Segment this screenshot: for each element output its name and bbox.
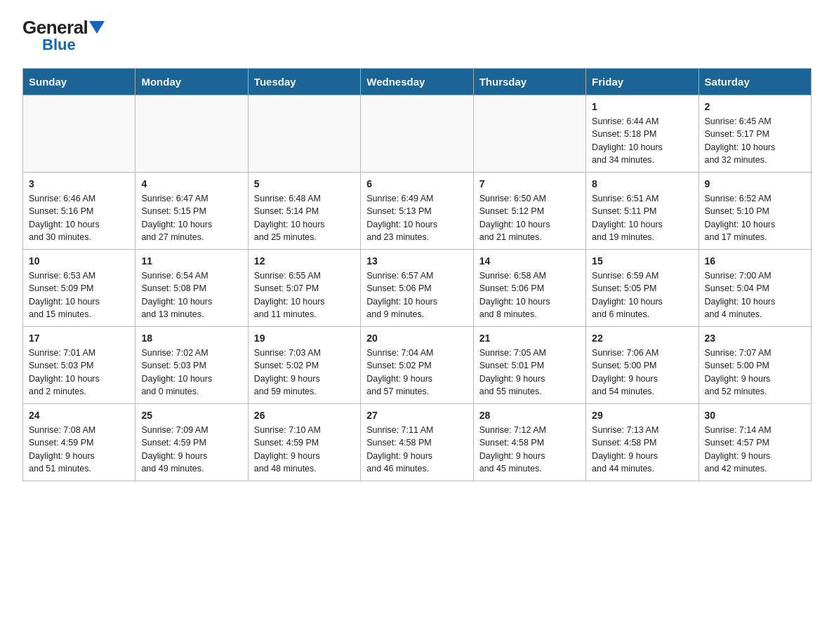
day-info: and 49 minutes. [141,462,241,475]
day-info: Daylight: 10 hours [592,295,692,308]
day-number: 30 [705,408,805,422]
calendar-cell: 1Sunrise: 6:44 AMSunset: 5:18 PMDaylight… [586,95,699,173]
day-info: Sunrise: 6:48 AM [254,192,355,205]
day-info: Sunset: 5:13 PM [366,205,467,217]
day-info: Sunrise: 6:53 AM [29,269,129,282]
day-info: and 2 minutes. [29,385,129,398]
day-info: Sunrise: 7:13 AM [592,424,692,436]
day-info: and 48 minutes. [254,462,355,475]
day-number: 18 [141,331,241,345]
day-info: Sunrise: 7:05 AM [479,347,580,359]
day-info: Sunset: 5:07 PM [254,282,355,295]
day-info: Sunset: 5:02 PM [254,359,355,372]
day-info: and 0 minutes. [141,385,241,398]
calendar-cell: 25Sunrise: 7:09 AMSunset: 4:59 PMDayligh… [135,404,248,481]
day-number: 8 [592,177,692,191]
calendar-cell: 14Sunrise: 6:58 AMSunset: 5:06 PMDayligh… [473,250,585,327]
day-info: Daylight: 10 hours [705,141,805,154]
day-number: 3 [29,177,129,191]
day-info: Daylight: 10 hours [705,218,805,231]
day-info: and 8 minutes. [479,308,580,321]
day-number: 7 [479,177,580,191]
day-info: Daylight: 10 hours [366,218,467,231]
day-info: Sunrise: 7:09 AM [141,424,241,436]
weekday-header-row: SundayMondayTuesdayWednesdayThursdayFrid… [23,69,812,95]
day-info: Daylight: 9 hours [366,450,467,462]
day-info: Daylight: 9 hours [479,450,580,462]
calendar-cell: 6Sunrise: 6:49 AMSunset: 5:13 PMDaylight… [361,173,473,250]
day-info: Sunset: 5:04 PM [705,282,805,295]
week-row-4: 17Sunrise: 7:01 AMSunset: 5:03 PMDayligh… [23,327,812,404]
day-info: Daylight: 10 hours [592,218,692,231]
day-info: and 6 minutes. [592,308,692,321]
week-row-3: 10Sunrise: 6:53 AMSunset: 5:09 PMDayligh… [23,250,812,327]
day-info: Sunset: 5:06 PM [479,282,580,295]
calendar-cell: 4Sunrise: 6:47 AMSunset: 5:15 PMDaylight… [135,173,248,250]
day-info: Daylight: 10 hours [254,295,355,308]
day-info: Sunrise: 7:01 AM [29,347,129,359]
day-info: and 52 minutes. [705,385,805,398]
day-info: Sunset: 5:03 PM [29,359,129,372]
day-info: Sunrise: 7:11 AM [366,424,467,436]
day-number: 25 [141,408,241,422]
day-number: 4 [141,177,241,191]
day-info: and 25 minutes. [254,231,355,243]
weekday-header-friday: Friday [586,69,699,95]
day-number: 12 [254,254,355,268]
calendar-cell [23,95,135,173]
day-info: and 27 minutes. [141,231,241,243]
week-row-1: 1Sunrise: 6:44 AMSunset: 5:18 PMDaylight… [23,95,812,173]
day-info: and 19 minutes. [592,231,692,243]
day-info: Sunset: 5:17 PM [705,128,805,140]
calendar-cell: 12Sunrise: 6:55 AMSunset: 5:07 PMDayligh… [248,250,360,327]
calendar-cell: 8Sunrise: 6:51 AMSunset: 5:11 PMDaylight… [586,173,699,250]
week-row-5: 24Sunrise: 7:08 AMSunset: 4:59 PMDayligh… [23,404,812,481]
logo: General Blue [22,17,105,54]
calendar-cell [361,95,473,173]
day-info: Daylight: 9 hours [254,450,355,462]
day-number: 14 [479,254,580,268]
day-number: 9 [705,177,805,191]
day-info: Sunrise: 6:52 AM [705,192,805,205]
day-info: Daylight: 9 hours [592,450,692,462]
day-info: Sunset: 5:03 PM [141,359,241,372]
day-info: Daylight: 10 hours [141,218,241,231]
day-number: 23 [705,331,805,345]
day-info: and 30 minutes. [29,231,129,243]
calendar-cell: 3Sunrise: 6:46 AMSunset: 5:16 PMDaylight… [23,173,135,250]
day-info: and 17 minutes. [705,231,805,243]
day-info: Sunset: 5:08 PM [141,282,241,295]
calendar-table: SundayMondayTuesdayWednesdayThursdayFrid… [22,68,812,481]
calendar-cell [473,95,585,173]
day-info: Daylight: 10 hours [29,218,129,231]
day-number: 21 [479,331,580,345]
day-info: and 32 minutes. [705,154,805,166]
day-info: Daylight: 9 hours [366,373,467,385]
day-info: and 45 minutes. [479,462,580,475]
day-number: 11 [141,254,241,268]
calendar-cell: 27Sunrise: 7:11 AMSunset: 4:58 PMDayligh… [361,404,473,481]
calendar-cell: 28Sunrise: 7:12 AMSunset: 4:58 PMDayligh… [473,404,585,481]
day-number: 17 [29,331,129,345]
calendar-cell: 9Sunrise: 6:52 AMSunset: 5:10 PMDaylight… [699,173,811,250]
day-info: Daylight: 10 hours [479,218,580,231]
day-info: Sunset: 4:59 PM [141,436,241,449]
day-info: and 21 minutes. [479,231,580,243]
day-info: Daylight: 9 hours [479,373,580,385]
day-info: Sunrise: 6:47 AM [141,192,241,205]
page-header: General Blue [22,17,812,54]
calendar-cell: 11Sunrise: 6:54 AMSunset: 5:08 PMDayligh… [135,250,248,327]
calendar-cell: 19Sunrise: 7:03 AMSunset: 5:02 PMDayligh… [248,327,360,404]
day-info: Sunrise: 6:46 AM [29,192,129,205]
day-info: and 4 minutes. [705,308,805,321]
day-info: Sunset: 5:05 PM [592,282,692,295]
calendar-cell: 20Sunrise: 7:04 AMSunset: 5:02 PMDayligh… [361,327,473,404]
day-info: Sunrise: 7:02 AM [141,347,241,359]
day-info: Sunrise: 6:57 AM [366,269,467,282]
day-info: Sunset: 5:00 PM [592,359,692,372]
day-info: Sunset: 5:00 PM [705,359,805,372]
day-info: Sunrise: 7:03 AM [254,347,355,359]
day-info: Sunrise: 7:00 AM [705,269,805,282]
day-info: Daylight: 9 hours [705,373,805,385]
day-info: Daylight: 9 hours [141,450,241,462]
